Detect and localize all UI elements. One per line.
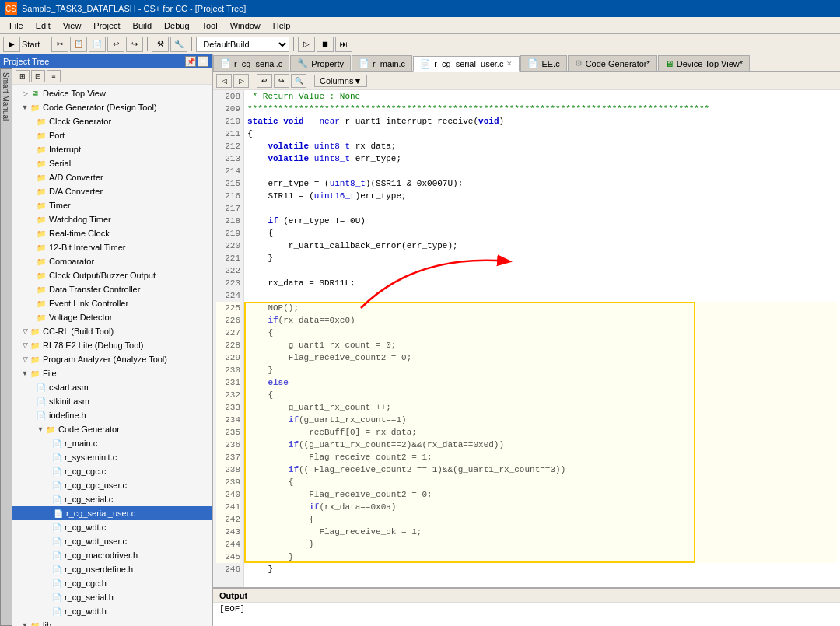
tab-r-main-c[interactable]: 📄 r_main.c — [352, 55, 412, 71]
tree-item-r-cg-wdt-c[interactable]: 📄 r_cg_wdt.c — [12, 520, 212, 534]
tab-r-cg-serial-user-c-icon: 📄 — [420, 59, 431, 69]
tab-property[interactable]: 🔧 Property — [290, 55, 351, 71]
toolbar-btn-debug[interactable]: ▷ — [298, 37, 315, 52]
menu-window[interactable]: Window — [224, 19, 267, 32]
tree-item-port[interactable]: 📁 Port — [12, 128, 212, 142]
tab-r-cg-serial-c[interactable]: 📄 r_cg_serial.c — [213, 55, 289, 71]
tree-expand-cgd[interactable]: ▼ — [20, 103, 30, 112]
toolbar-btn-stop[interactable]: ⏹ — [317, 37, 334, 52]
panel-close-btn[interactable]: ✕ — [198, 56, 208, 67]
toolbar-btn-build[interactable]: ⚒ — [152, 37, 169, 52]
tree-item-comparator[interactable]: 📁 Comparator — [12, 254, 212, 268]
tab-ee-c-label: EE.c — [541, 59, 559, 68]
data-transfer-controller-icon: 📁 — [36, 284, 47, 295]
toolbar-btn-clean[interactable]: 🔧 — [170, 37, 187, 52]
tree-item-iodefine-h[interactable]: 📄 iodefine.h — [12, 408, 212, 422]
tree-item-r-cg-wdt-user-c[interactable]: 📄 r_cg_wdt_user.c — [12, 534, 212, 548]
tree-item-r-main-c[interactable]: 📄 r_main.c — [12, 436, 212, 450]
menu-project[interactable]: Project — [87, 19, 126, 32]
tree-item-voltage-detector[interactable]: 📁 Voltage Detector — [12, 310, 212, 324]
tree-item-r-cg-serial-h[interactable]: 📄 r_cg_serial.h — [12, 590, 212, 604]
tree-item-timer[interactable]: 📁 Timer — [12, 198, 212, 212]
real-time-clock-icon: 📁 — [36, 228, 47, 239]
tree-item-r-systeminit-c[interactable]: 📄 r_systeminit.c — [12, 450, 212, 464]
tab-r-cg-serial-user-c[interactable]: 📄 r_cg_serial_user.c ✕ — [413, 56, 520, 72]
tab-ee-c[interactable]: 📄 EE.c — [520, 55, 566, 71]
tab-code-generator[interactable]: ⚙ Code Generator* — [568, 55, 657, 71]
tree-item-r-cg-wdt-h[interactable]: 📄 r_cg_wdt.h — [12, 604, 212, 618]
toolbar-separator-2 — [147, 37, 148, 51]
tree-item-data-transfer-controller[interactable]: 📁 Data Transfer Controller — [12, 282, 212, 296]
menu-edit[interactable]: Edit — [30, 19, 57, 32]
editor-btn-undo2[interactable]: ↩ — [257, 74, 272, 88]
tree-item-ad-converter[interactable]: 📁 A/D Converter — [12, 170, 212, 184]
menu-build[interactable]: Build — [127, 19, 158, 32]
tree-item-r-cg-cgc-h[interactable]: 📄 r_cg_cgc.h — [12, 576, 212, 590]
build-config-dropdown[interactable]: DefaultBuild — [196, 37, 289, 52]
tree-item-cstart-asm[interactable]: 📄 cstart.asm — [12, 380, 212, 394]
tree-item-program-analyzer[interactable]: ▽ 📁 Program Analyzer (Analyze Tool) — [12, 352, 212, 366]
menu-file[interactable]: File — [3, 19, 30, 32]
tree-item-stkinit-asm[interactable]: 📄 stkinit.asm — [12, 394, 212, 408]
smart-manual-tab[interactable]: Smart Manual — [0, 68, 12, 626]
tree-item-watchdog-timer[interactable]: 📁 Watchdog Timer — [12, 212, 212, 226]
code-content[interactable]: * Return Value : None*******************… — [244, 90, 840, 587]
tab-property-icon: 🔧 — [297, 58, 308, 68]
tree-item-file[interactable]: ▼ 📁 File — [12, 366, 212, 380]
tree-item-lib[interactable]: ▼ 📁 lib — [12, 618, 212, 626]
12bit-interval-timer-label: 12-Bit Interval Timer — [49, 243, 125, 252]
tree-expand-device[interactable]: ▷ — [20, 89, 30, 98]
tree-item-cc-rl[interactable]: ▽ 📁 CC-RL (Build Tool) — [12, 324, 212, 338]
tab-close-btn[interactable]: ✕ — [506, 60, 513, 68]
menu-tool[interactable]: Tool — [196, 19, 224, 32]
editor-btn-back[interactable]: ◁ — [216, 74, 232, 88]
toolbar-btn-redo[interactable]: ↪ — [126, 37, 143, 52]
panel-pin-btn[interactable]: 📌 — [185, 56, 196, 67]
tree-btn-expand-all[interactable]: ⊞ — [16, 70, 30, 82]
editor-btn-find[interactable]: 🔍 — [291, 74, 306, 88]
tree-item-clock-generator[interactable]: 📁 Clock Generator — [12, 114, 212, 128]
tree-item-12bit-interval-timer[interactable]: 📁 12-Bit Interval Timer — [12, 240, 212, 254]
tree-item-r-cg-userdefine-h[interactable]: 📄 r_cg_userdefine.h — [12, 562, 212, 576]
start-button[interactable]: ▶ — [3, 37, 20, 52]
tree-btn-sort[interactable]: ≡ — [47, 70, 61, 82]
start-label[interactable]: Start — [22, 40, 40, 49]
tree-item-rl78-e2[interactable]: ▽ 📁 RL78 E2 Lite (Debug Tool) — [12, 338, 212, 352]
tree-expand-pa[interactable]: ▽ — [20, 355, 30, 364]
menu-help[interactable]: Help — [267, 19, 297, 32]
da-converter-icon: 📁 — [36, 186, 47, 197]
editor-btn-redo2[interactable]: ↪ — [274, 74, 289, 88]
tree-item-r-cg-cgc-c[interactable]: 📄 r_cg_cgc.c — [12, 464, 212, 478]
toolbar-btn-cut[interactable]: ✂ — [51, 37, 68, 52]
tree-item-device-top-view[interactable]: ▷ 🖥 Device Top View — [12, 86, 212, 100]
editor-area[interactable]: 2082092102112122132142152162172182192202… — [213, 90, 840, 587]
tree-item-r-cg-serial-user-c[interactable]: 📄 r_cg_serial_user.c — [12, 506, 212, 520]
tree-item-clock-output-buzzer[interactable]: 📁 Clock Output/Buzzer Output — [12, 268, 212, 282]
toolbar-btn-step[interactable]: ⏭ — [335, 37, 352, 52]
tree-expand-file[interactable]: ▼ — [20, 369, 30, 378]
toolbar-btn-paste[interactable]: 📄 — [89, 37, 106, 52]
tree-item-r-cg-serial-c[interactable]: 📄 r_cg_serial.c — [12, 492, 212, 506]
tree-expand-rl78[interactable]: ▽ — [20, 341, 30, 350]
tab-device-top-view[interactable]: 🖥 Device Top View* — [658, 55, 750, 71]
tree-item-r-cg-macrodriver-h[interactable]: 📄 r_cg_macrodriver.h — [12, 548, 212, 562]
toolbar-btn-undo[interactable]: ↩ — [107, 37, 124, 52]
toolbar-btn-copy[interactable]: 📋 — [70, 37, 87, 52]
tree-item-real-time-clock[interactable]: 📁 Real-time Clock — [12, 226, 212, 240]
tree-expand-lib[interactable]: ▼ — [20, 621, 30, 626]
editor-btn-fwd[interactable]: ▷ — [233, 74, 249, 88]
tree-item-serial[interactable]: 📁 Serial — [12, 156, 212, 170]
menu-debug[interactable]: Debug — [158, 19, 195, 32]
tree-item-code-generator-design[interactable]: ▼ 📁 Code Generator (Design Tool) — [12, 100, 212, 114]
menu-view[interactable]: View — [57, 19, 88, 32]
tree-expand-cgf[interactable]: ▼ — [36, 425, 45, 434]
tree-item-code-generator-file[interactable]: ▼ 📁 Code Generator — [12, 422, 212, 436]
tree-item-da-converter[interactable]: 📁 D/A Converter — [12, 184, 212, 198]
tree-expand-ccrl[interactable]: ▽ — [20, 327, 30, 336]
columns-dropdown[interactable]: Columns▼ — [314, 75, 367, 87]
tree-item-event-link-controller[interactable]: 📁 Event Link Controller — [12, 296, 212, 310]
tree-btn-collapse-all[interactable]: ⊟ — [31, 70, 45, 82]
tab-r-cg-serial-c-label: r_cg_serial.c — [234, 59, 282, 68]
tree-item-interrupt[interactable]: 📁 Interrupt — [12, 142, 212, 156]
tree-item-r-cg-cgc-user-c[interactable]: 📄 r_cg_cgc_user.c — [12, 478, 212, 492]
